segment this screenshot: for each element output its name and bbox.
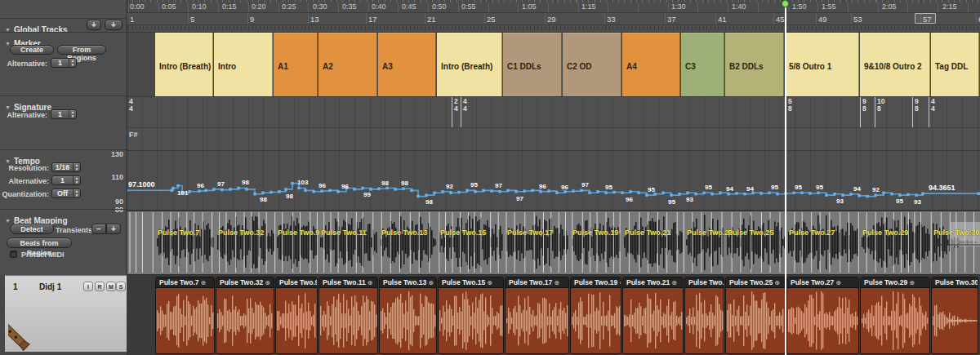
beat-region-label: Pulse Two.7: [158, 229, 199, 237]
signature-value[interactable]: 98: [915, 98, 919, 113]
tempo-disclosure-icon[interactable]: ▼: [5, 158, 11, 164]
marker-create-button[interactable]: Create: [10, 45, 54, 55]
marker-region[interactable]: A2: [318, 33, 377, 96]
audio-region-header: Pulse Two.13⊕: [380, 277, 436, 288]
key-signature-label: F#: [129, 131, 138, 139]
playhead[interactable]: [785, 0, 786, 355]
marker-track[interactable]: Intro (Breath)IntroA1A2A3Intro (Breath)C…: [127, 32, 980, 96]
tempo-track[interactable]: 1019697989898103969699989898929597979696…: [127, 150, 980, 210]
tempo-quantization-stepper[interactable]: Off ▴▾: [51, 189, 81, 198]
time-ruler[interactable]: 0:000:050:100:150:200:250:300:350:400:45…: [127, 0, 980, 12]
playhead-marker-dot[interactable]: [782, 0, 789, 7]
marker-region[interactable]: C2 OD: [563, 33, 621, 96]
audio-region[interactable]: Pulse Two.17⊕: [505, 277, 569, 354]
marker-from-regions-button[interactable]: From Regions: [57, 45, 106, 55]
marker-region[interactable]: C1 DDLs: [503, 33, 562, 96]
audio-region-header: Pulse Two.15⊕: [439, 277, 503, 288]
stepper-arrows-icon[interactable]: ▴▾: [69, 59, 76, 67]
bar-tick: [851, 13, 852, 24]
beat-mapping-detect-button[interactable]: Detect: [10, 224, 54, 234]
signature-track[interactable]: 44244458981089844: [127, 96, 980, 127]
audio-region[interactable]: Pulse Two.25⊕: [725, 277, 786, 354]
time-tick: [878, 2, 879, 12]
add-multiple-global-tracks-button[interactable]: +: [105, 20, 122, 30]
marker-region[interactable]: A4: [622, 33, 680, 96]
signature-value[interactable]: 108: [877, 98, 884, 113]
audio-track-lane[interactable]: Pulse Two.7⊕Pulse Two.32⊕Pulse Two.9⊕Pul…: [127, 274, 980, 355]
signature-value[interactable]: 24: [454, 98, 458, 113]
audio-region[interactable]: Pulse Two.30⊕: [931, 277, 978, 354]
key-signature-track[interactable]: F#: [127, 127, 980, 150]
svg-text:96: 96: [539, 183, 546, 190]
tempo-resolution-stepper[interactable]: 1/16 ▴▾: [51, 162, 81, 172]
mute-button[interactable]: M: [106, 282, 116, 291]
marker-label: Tag DDL: [935, 62, 968, 71]
stepper-arrows-icon[interactable]: ▴▾: [73, 163, 80, 171]
tempo-alternative-label: Alternative:: [3, 177, 49, 185]
beat-mapping-canvas[interactable]: Pulse Two.7Pulse Two.32Pulse Two.9Pulse …: [127, 211, 980, 274]
marker-label: Intro (Breath): [441, 62, 492, 71]
audio-region[interactable]: Pulse Two.23⊕: [684, 277, 724, 354]
marker-region[interactable]: B2 DDLs: [725, 33, 784, 96]
marker-disclosure-icon[interactable]: ▼: [5, 41, 11, 47]
audio-region-label: Pulse Two.27: [791, 278, 834, 286]
audio-region[interactable]: Pulse Two.9⊕: [275, 277, 318, 354]
marker-region[interactable]: Intro: [214, 33, 273, 96]
beat-mapping-disclosure-icon[interactable]: ▼: [5, 218, 11, 224]
signature-disclosure-icon[interactable]: ▼: [5, 104, 11, 110]
marker-region[interactable]: Intro (Breath): [437, 33, 502, 96]
audio-region[interactable]: Pulse Two.27⊕: [786, 277, 859, 354]
marker-region[interactable]: C3: [681, 33, 724, 96]
beat-mapping-track[interactable]: Pulse Two.7Pulse Two.32Pulse Two.9Pulse …: [127, 210, 980, 274]
audio-waveform: [380, 288, 436, 353]
solo-button[interactable]: S: [116, 282, 126, 291]
time-label: 1:55: [822, 2, 836, 11]
svg-text:95: 95: [705, 184, 712, 191]
beat-region-label: Pulse Two.15: [440, 229, 486, 237]
marker-region[interactable]: Intro (Breath): [155, 33, 213, 96]
audio-region[interactable]: Pulse Two.13⊕: [379, 277, 437, 354]
marker-region[interactable]: A3: [378, 33, 436, 96]
svg-text:96: 96: [561, 184, 568, 191]
audio-region[interactable]: Pulse Two.29⊕: [860, 277, 930, 354]
transients-minus-button[interactable]: −: [91, 224, 106, 234]
protect-midi-checkbox[interactable]: [10, 251, 17, 258]
marker-region[interactable]: Tag DDL: [931, 33, 979, 96]
transients-plus-button[interactable]: +: [106, 224, 121, 234]
svg-text:95: 95: [668, 198, 675, 206]
tempo-alternative-stepper[interactable]: 1 ▴▾: [51, 175, 81, 185]
stepper-arrows-icon[interactable]: ▴▾: [73, 189, 80, 197]
bar-label: 5: [190, 15, 194, 24]
audio-region-header: Pulse Two.9⊕: [276, 277, 317, 288]
audio-region-header: Pulse Two.30⊕: [932, 277, 978, 288]
stepper-arrows-icon[interactable]: ▴▾: [73, 176, 80, 184]
audio-region[interactable]: Pulse Two.19⊕: [570, 277, 621, 354]
marker-region[interactable]: 9&10/8 Outro 2: [860, 33, 930, 96]
marker-region[interactable]: A1: [274, 33, 318, 96]
svg-text:101: 101: [177, 189, 189, 197]
time-label: 2:15: [942, 2, 957, 11]
stepper-arrows-icon[interactable]: ▴▾: [69, 110, 76, 118]
svg-text:94: 94: [746, 185, 754, 193]
marker-region[interactable]: 5/8 Outro 1: [785, 33, 859, 96]
signature-value[interactable]: 44: [463, 98, 467, 113]
audio-region[interactable]: Pulse Two.21⊕: [622, 277, 684, 354]
audio-region[interactable]: Pulse Two.15⊕: [438, 277, 504, 354]
track-header-didj[interactable]: 1 Didj 1 I R M S: [5, 275, 127, 352]
marker-alternative-stepper[interactable]: 1 ▴▾: [51, 58, 77, 68]
beats-from-region-button[interactable]: Beats from Region: [7, 237, 72, 248]
tempo-resolution-label: Resolution:: [3, 164, 49, 172]
tempo-curve[interactable]: 1019697989898103969699989898929597979696…: [127, 151, 980, 210]
bar-ruler[interactable]: 15913172125293337414549535761: [127, 12, 980, 24]
signature-alternative-stepper[interactable]: 1 ▴▾: [51, 109, 77, 119]
signature-value[interactable]: 44: [129, 98, 133, 113]
signature-value[interactable]: 44: [931, 98, 935, 113]
add-global-track-button[interactable]: +: [87, 20, 101, 30]
audio-region[interactable]: Pulse Two.7⊕: [155, 277, 215, 354]
audio-region[interactable]: Pulse Two.32⊕: [216, 277, 274, 354]
signature-value[interactable]: 98: [862, 98, 866, 113]
signature-value[interactable]: 58: [788, 98, 792, 113]
signature-alternative-label: Alternative:: [5, 111, 47, 119]
apple-loop-icon: ⊕: [201, 279, 207, 286]
audio-region[interactable]: Pulse Two.11⊕: [318, 277, 378, 354]
